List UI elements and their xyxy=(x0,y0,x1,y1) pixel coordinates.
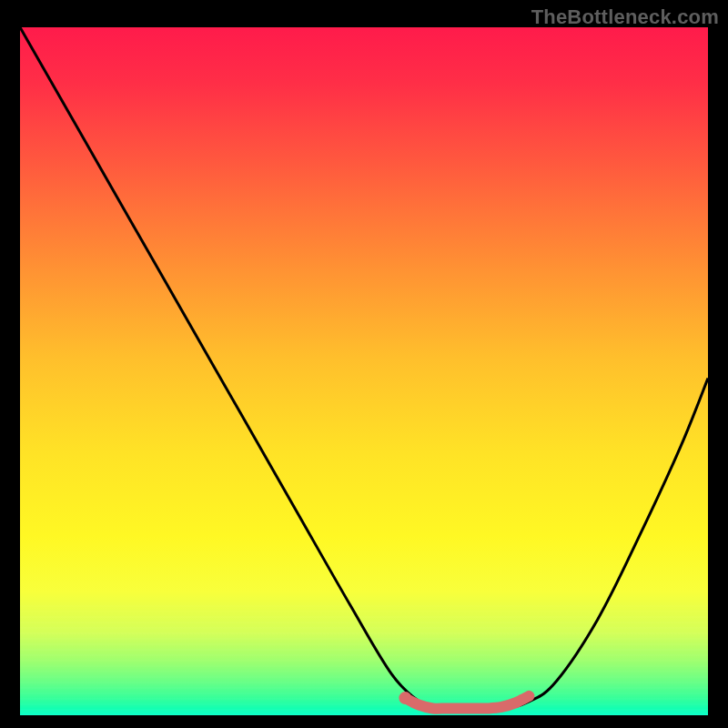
plot-area xyxy=(20,27,708,715)
curve-layer xyxy=(20,27,708,715)
bottleneck-curve-path xyxy=(20,27,708,709)
chart-container: TheBottleneck.com xyxy=(0,0,728,728)
sweet-spot-path xyxy=(405,696,529,709)
sweet-spot-start-dot xyxy=(399,692,411,704)
watermark-text: TheBottleneck.com xyxy=(531,5,719,29)
